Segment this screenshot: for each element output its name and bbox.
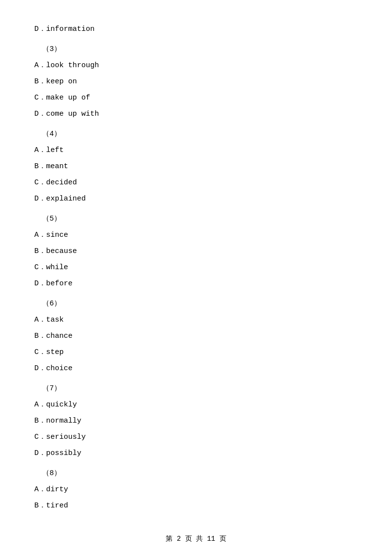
q8-option-b: B．tired: [34, 499, 358, 512]
q5-option-a: A．since: [34, 228, 358, 242]
q7-option-c: C．seriously: [34, 430, 358, 444]
q3-option-c: C．make up of: [34, 91, 358, 104]
option-d-information: D．information: [34, 23, 358, 36]
q7-option-d: D．possibly: [34, 447, 358, 460]
q3-option-b: B．keep on: [34, 75, 358, 88]
q5-option-c: C．while: [34, 261, 358, 274]
question-6-num: （6）: [42, 297, 358, 310]
q6-option-b: B．chance: [34, 329, 358, 343]
q4-option-a: A．left: [34, 144, 358, 157]
q4-option-c: C．decided: [34, 176, 358, 189]
q5-option-d: D．before: [34, 277, 358, 290]
page-footer: 第 2 页 共 11 页: [0, 534, 392, 543]
q4-option-d: D．explained: [34, 192, 358, 205]
question-3-num: （3）: [42, 43, 358, 56]
q4-option-b: B．meant: [34, 160, 358, 173]
question-8-num: （8）: [42, 467, 358, 480]
q3-option-a: A．look through: [34, 59, 358, 72]
q8-option-a: A．dirty: [34, 483, 358, 496]
main-content: D．information （3） A．look through B．keep …: [0, 0, 392, 545]
q7-option-a: A．quickly: [34, 398, 358, 411]
q6-option-d: D．choice: [34, 362, 358, 375]
q6-option-c: C．step: [34, 346, 358, 359]
question-7-num: （7）: [42, 382, 358, 395]
q5-option-b: B．because: [34, 245, 358, 258]
q3-option-d: D．come up with: [34, 107, 358, 121]
question-4-num: （4）: [42, 127, 358, 141]
q7-option-b: B．normally: [34, 414, 358, 428]
question-5-num: （5）: [42, 212, 358, 226]
q6-option-a: A．task: [34, 313, 358, 327]
